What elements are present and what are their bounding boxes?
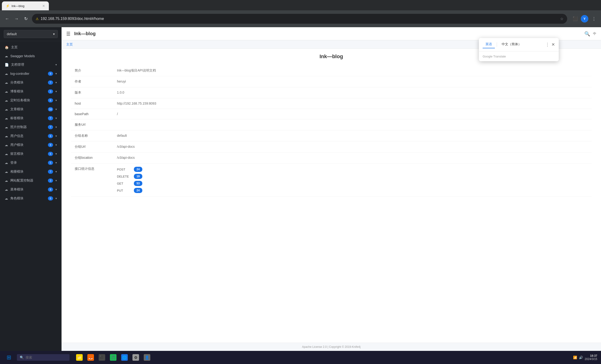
browser-content: default ▾ 🏠 主页 ☁ Swagger Models 📄 文档管理 ▾…	[0, 27, 601, 351]
user-icon: 👤	[144, 354, 150, 361]
sidebar-item-7[interactable]: ☁ 文章模块 16 ▾	[0, 105, 61, 114]
taskbar-app-file-explorer[interactable]: 📁	[74, 352, 85, 363]
sidebar-item-icon-5: ☁	[5, 90, 8, 93]
sidebar-item-arrow-14: ▾	[55, 170, 57, 173]
reload-button[interactable]: ↻	[22, 15, 30, 23]
more-options-button[interactable]: ⋮	[590, 15, 598, 23]
sidebar-item-badge-14: 7	[48, 170, 53, 174]
clock-date: 2024/3/15	[585, 357, 597, 361]
sidebar-item-12[interactable]: ☁ 留言模块 6 ▾	[0, 149, 61, 158]
main-content: ☰ Ink—blog 🔍 中 主页 Ink—blog 简介 Ink—blog项目…	[61, 27, 601, 351]
sidebar-item-label-2: 文档管理	[11, 63, 53, 67]
translate-lang-en-button[interactable]: 英语	[483, 41, 495, 48]
taskbar-search[interactable]: 🔍	[17, 354, 70, 361]
taskbar-app-user[interactable]: 👤	[142, 352, 152, 363]
menu-icon[interactable]: ☰	[66, 31, 70, 37]
sidebar-item-label-15: 网站配置控制器	[10, 179, 46, 183]
sidebar-item-badge-6: 6	[48, 98, 53, 103]
windows-icon: ⊞	[7, 354, 11, 361]
sidebar-item-0[interactable]: 🏠 主页	[0, 43, 61, 52]
sidebar-item-10[interactable]: ☁ 用户信息 6 ▾	[0, 132, 61, 141]
tab-favicon: ⚡	[6, 4, 10, 8]
profile-menu-button[interactable]: Y	[580, 15, 589, 23]
sidebar-item-5[interactable]: ☁ 博客模块 3 ▾	[0, 87, 61, 96]
sidebar-item-13[interactable]: ☁ 登录 5 ▾	[0, 158, 61, 167]
sidebar-item-17[interactable]: ☁ 角色模块 6 ▾	[0, 194, 61, 203]
clock[interactable]: 18:37 2024/3/15	[585, 354, 597, 361]
active-tab[interactable]: ⚡ Ink—blog ✕	[2, 1, 49, 10]
field-key-5: 服务Url	[71, 119, 113, 130]
sidebar-item-arrow-9: ▾	[55, 125, 57, 129]
info-row-8: 分组location /v3/api-docs	[71, 153, 591, 163]
tab-close-button[interactable]: ✕	[42, 4, 45, 8]
info-row-7: 分组Url /v3/api-docs	[71, 141, 591, 153]
stat-method-put: PUT	[117, 189, 131, 192]
api-stats: POST 24 DELETE 19 GET 53 PUT 24	[117, 167, 588, 193]
taskbar-app-chrome[interactable]: 🌐	[119, 352, 130, 363]
taskbar-apps: 📁🦊⬛🎵🌐⚙👤	[72, 352, 570, 363]
sidebar-item-label-4: 分类模块	[10, 80, 46, 85]
sidebar-item-4[interactable]: ☁ 分类模块 7 ▾	[0, 78, 61, 87]
sidebar-item-label-5: 博客模块	[10, 89, 46, 94]
forward-button[interactable]: →	[12, 15, 21, 23]
address-bar[interactable]: ⚠ 192.168.75.159:8093/doc.html#/home ☆	[32, 14, 567, 24]
taskbar: ⊞ 🔍 📁🦊⬛🎵🌐⚙👤 📶 🔊 18:37 2024/3/15	[0, 351, 601, 364]
start-button[interactable]: ⊞	[4, 352, 14, 363]
sidebar-item-icon-1: ☁	[5, 54, 8, 58]
sidebar-item-9[interactable]: ☁ 照片控制器 7 ▾	[0, 123, 61, 132]
tabs-bar: ⚡ Ink—blog ✕	[0, 0, 601, 10]
sidebar-item-14[interactable]: ☁ 相册模块 7 ▾	[0, 167, 61, 176]
sidebar-item-icon-9: ☁	[5, 125, 8, 129]
sidebar-item-badge-17: 6	[48, 196, 53, 201]
taskbar-right: 📶 🔊 18:37 2024/3/15	[573, 354, 597, 361]
taskbar-app-music[interactable]: 🎵	[108, 352, 118, 363]
sidebar-item-icon-2: 📄	[5, 63, 9, 67]
header-search-button[interactable]: 🔍	[584, 31, 590, 37]
file-explorer-icon: 📁	[76, 354, 83, 361]
translate-close-button[interactable]: ✕	[551, 42, 555, 47]
sidebar-item-arrow-4: ▾	[55, 81, 57, 84]
sidebar-select-value: default	[7, 32, 17, 36]
sidebar-item-8[interactable]: ☁ 标签模块 7 ▾	[0, 114, 61, 123]
sidebar-item-badge-16: 8	[48, 187, 53, 192]
sidebar-item-label-14: 相册模块	[10, 170, 46, 174]
sidebar-item-1[interactable]: ☁ Swagger Models	[0, 52, 61, 60]
sidebar-item-6[interactable]: ☁ 定时任务模块 6 ▾	[0, 96, 61, 105]
sidebar-item-16[interactable]: ☁ 菜单模块 8 ▾	[0, 185, 61, 194]
stat-badge-put: 24	[134, 188, 142, 193]
extensions-button[interactable]: ⬛	[571, 15, 579, 23]
header-actions: 🔍 中	[584, 31, 596, 37]
field-value-9: POST 24 DELETE 19 GET 53 PUT 24	[113, 163, 591, 197]
translate-body: Google Translate	[479, 51, 559, 61]
google-translate-label: Google Translate	[483, 55, 506, 58]
footer-text: Apache License 2.0 | Copyright © 2019-Kn…	[302, 345, 361, 348]
sidebar-item-label-7: 文章模块	[10, 107, 46, 111]
header-lang-button[interactable]: 中	[593, 32, 596, 36]
bookmark-icon[interactable]: ☆	[560, 17, 563, 21]
breadcrumb-home-link[interactable]: 主页	[66, 42, 73, 46]
sidebar-item-arrow-2: ▾	[55, 63, 57, 66]
sidebar: default ▾ 🏠 主页 ☁ Swagger Models 📄 文档管理 ▾…	[0, 27, 61, 351]
back-button[interactable]: ←	[3, 15, 11, 23]
taskbar-app-firefox[interactable]: 🦊	[85, 352, 96, 363]
translate-lang-zh-button[interactable]: 中文（简体）	[499, 41, 524, 48]
sidebar-item-11[interactable]: ☁ 用户模块 8 ▾	[0, 141, 61, 149]
stat-method-post: POST	[117, 168, 131, 171]
sound-icon[interactable]: 🔊	[579, 355, 583, 359]
taskbar-search-input[interactable]	[26, 355, 67, 359]
info-row-1: 作者 heruyi	[71, 76, 591, 87]
field-key-2: 版本	[71, 87, 113, 98]
taskbar-app-terminal[interactable]: ⬛	[97, 352, 107, 363]
sidebar-item-15[interactable]: ☁ 网站配置控制器 3 ▾	[0, 176, 61, 185]
taskbar-app-settings[interactable]: ⚙	[130, 352, 141, 363]
sidebar-item-2[interactable]: 📄 文档管理 ▾	[0, 60, 61, 69]
sidebar-item-arrow-10: ▾	[55, 134, 57, 138]
taskbar-search-icon: 🔍	[20, 355, 24, 359]
sidebar-select[interactable]: default ▾	[4, 30, 58, 38]
network-icon[interactable]: 📶	[573, 355, 577, 359]
stat-badge-get: 53	[134, 181, 142, 186]
sidebar-item-3[interactable]: ☁ log-controller 9 ▾	[0, 69, 61, 78]
info-table: 简介 Ink—blog项目API说明文档 作者 heruyi 版本 1.0.0 …	[71, 65, 591, 197]
translate-more-button[interactable]: ⋮	[545, 42, 550, 47]
sidebar-item-icon-8: ☁	[5, 116, 8, 120]
